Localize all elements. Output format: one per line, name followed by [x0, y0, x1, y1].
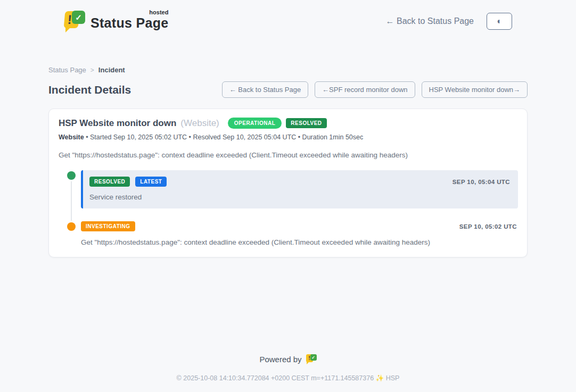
- prev-incident-button[interactable]: ←SPF record monitor down: [315, 81, 415, 98]
- timeline-latest-badge: LATEST: [135, 177, 167, 187]
- timeline-entry-investigating: INVESTIGATING SEP 10, 05:02 UTC Get "htt…: [59, 221, 518, 246]
- next-incident-button[interactable]: HSP Website monitor down→: [422, 81, 528, 98]
- incident-timeline: RESOLVED LATEST SEP 10, 05:04 UTC Servic…: [59, 170, 518, 246]
- incident-meta: Website • Started Sep 10, 2025 05:02 UTC…: [59, 134, 518, 141]
- timeline-dot-orange: [67, 222, 76, 231]
- main-content: Status Page > Incident Incident Details …: [48, 40, 528, 257]
- brand-logo[interactable]: ! ✓ Status Page hosted: [63, 9, 168, 34]
- breadcrumb-incident: Incident: [98, 66, 125, 74]
- incident-title: HSP Website monitor down: [59, 118, 176, 129]
- footer: Powered by ! ✓ © 2025-10-08 14:10:34.772…: [0, 353, 576, 392]
- header-back-to-status-page-link[interactable]: ← Back to Status Page: [386, 16, 474, 26]
- back-to-status-page-button[interactable]: ← Back to Status Page: [222, 81, 308, 98]
- timeline-latest-update-box: RESOLVED LATEST SEP 10, 05:04 UTC Servic…: [81, 170, 518, 208]
- header: ! ✓ Status Page hosted ← Back to Status …: [0, 0, 576, 40]
- incident-meta-service: Website: [59, 134, 84, 141]
- incident-scope: (Website): [180, 118, 219, 129]
- half-circle-theme-icon: ◐: [497, 17, 502, 26]
- incident-nav-buttons: ← Back to Status Page ←SPF record monito…: [222, 81, 528, 98]
- incident-card: HSP Website monitor down (Website) OPERA…: [48, 109, 528, 257]
- brand-superscript: hosted: [149, 9, 168, 15]
- breadcrumb-status-page[interactable]: Status Page: [48, 66, 86, 74]
- timeline-investigating-badge: INVESTIGATING: [81, 221, 135, 231]
- statuspage-mini-logo-icon[interactable]: ! ✓: [306, 353, 317, 365]
- timeline-message: Get "https://hostedstatus.page": context…: [81, 238, 518, 246]
- breadcrumb: Status Page > Incident: [48, 66, 528, 74]
- copyright-text: © 2025-10-08 14:10:34.772084 +0200 CEST …: [0, 374, 576, 392]
- timeline-entry-resolved: RESOLVED LATEST SEP 10, 05:04 UTC Servic…: [59, 170, 518, 208]
- brand-name: Status Page: [90, 15, 168, 30]
- breadcrumb-separator: >: [90, 66, 94, 74]
- timeline-resolved-badge: RESOLVED: [89, 177, 130, 187]
- incident-description: Get "https://hostedstatus.page": context…: [59, 151, 518, 159]
- checkmark-icon: ✓: [72, 11, 85, 24]
- timeline-dot-green: [67, 171, 76, 180]
- powered-by-label: Powered by: [259, 355, 301, 364]
- timeline-timestamp: SEP 10, 05:04 UTC: [452, 179, 510, 185]
- timeline-timestamp: SEP 10, 05:02 UTC: [459, 223, 517, 230]
- theme-toggle-button[interactable]: ◐: [487, 13, 512, 30]
- resolved-status-badge: RESOLVED: [286, 118, 326, 128]
- timeline-message: Service restored: [89, 193, 510, 201]
- operational-badge: OPERATIONAL: [228, 118, 282, 129]
- page-title: Incident Details: [48, 84, 131, 96]
- incident-meta-details: • Started Sep 10, 2025 05:02 UTC • Resol…: [86, 134, 363, 141]
- statuspage-logo-icon: ! ✓: [63, 9, 85, 34]
